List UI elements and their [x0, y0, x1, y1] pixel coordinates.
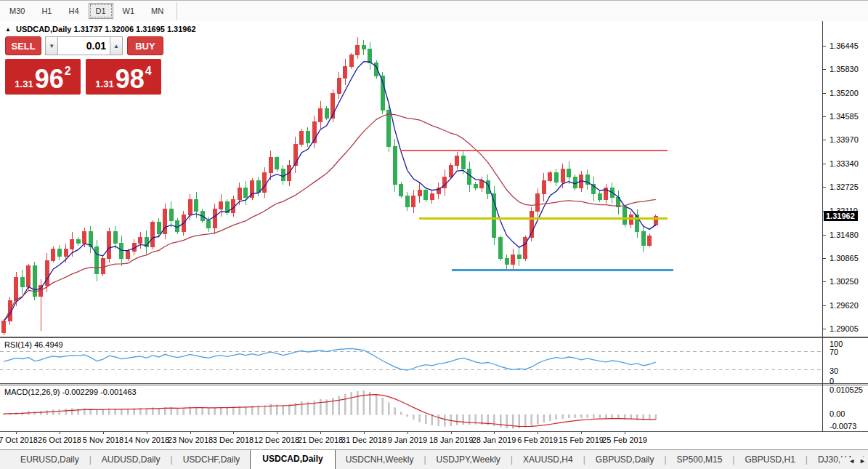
- macd-histogram-bar: [357, 391, 358, 414]
- macd-value: -0.002299 -0.001463: [62, 388, 136, 396]
- timeframe-h4[interactable]: H4: [61, 3, 86, 19]
- volume-input[interactable]: [57, 36, 110, 55]
- macd-histogram-bar: [400, 412, 402, 414]
- timeframe-m30[interactable]: M30: [2, 3, 32, 19]
- macd-histogram-bar: [71, 409, 73, 414]
- macd-histogram-bar: [580, 414, 582, 417]
- timeframe-mn[interactable]: MN: [144, 3, 171, 19]
- candlestick: [554, 173, 558, 183]
- rsi-axis-label: 70: [830, 348, 838, 356]
- collapse-trade-panel-icon[interactable]: ▲: [5, 26, 11, 33]
- chart-symbol-label: USDCAD,Daily: [16, 25, 71, 33]
- tab-usdcad-daily[interactable]: USDCAD,Daily: [250, 449, 335, 469]
- macd-histogram-bar: [506, 414, 508, 428]
- tab-audusd-daily[interactable]: AUDUSD,Daily: [92, 451, 171, 469]
- macd-histogram-bar: [655, 414, 657, 420]
- sell-button[interactable]: SELL: [5, 36, 41, 55]
- tab-gbpusd-h1[interactable]: GBPUSD,H1: [734, 451, 805, 469]
- candlestick: [169, 209, 173, 221]
- macd-histogram-bar: [575, 414, 576, 417]
- price-axis-tick: [823, 305, 826, 306]
- price-axis-label: 1.36445: [830, 41, 859, 50]
- candlestick: [52, 249, 55, 260]
- candlestick: [536, 194, 540, 212]
- candlestick: [567, 169, 571, 177]
- candlestick: [629, 215, 633, 224]
- macd-histogram-bar: [524, 414, 526, 428]
- timeframe-h1[interactable]: H1: [34, 3, 59, 19]
- candlestick: [33, 266, 36, 297]
- tab-sp500-m15[interactable]: SP500,M15: [667, 451, 733, 469]
- candlestick: [15, 278, 18, 300]
- macd-histogram-bar: [376, 394, 377, 414]
- candlestick: [492, 194, 496, 238]
- macd-histogram-bar: [543, 414, 545, 422]
- date-axis-tick: [407, 432, 408, 434]
- date-axis-tick: [190, 432, 191, 434]
- price-axis-label: 1.29005: [830, 324, 859, 333]
- rsi-chart-canvas[interactable]: [0, 338, 822, 383]
- rsi-panel: RSI(14) 46.4949: [0, 337, 868, 384]
- candlestick: [300, 131, 304, 144]
- bid-digits: 96: [35, 66, 64, 92]
- price-axis-label: 1.29620: [830, 301, 859, 310]
- macd-histogram-bar: [438, 414, 439, 426]
- candlestick: [325, 108, 328, 118]
- price-axis-label: 1.30250: [830, 277, 859, 286]
- tab-gbpusd-daily[interactable]: GBPUSD,Daily: [585, 451, 665, 469]
- macd-histogram-bar: [407, 414, 408, 417]
- candlestick: [511, 254, 515, 264]
- candlestick: [263, 173, 267, 192]
- macd-histogram-bar: [351, 393, 352, 414]
- buy-button[interactable]: BUY: [127, 36, 163, 55]
- tab-usdchf-daily[interactable]: USDCHF,Daily: [173, 451, 251, 469]
- price-axis-label: 1.32725: [830, 183, 859, 191]
- timeframe-d1[interactable]: D1: [89, 3, 113, 19]
- ma-fast-line: [4, 62, 656, 321]
- ask-prefix: 1.31: [95, 79, 113, 89]
- date-axis-tick: [60, 432, 60, 434]
- candlestick: [219, 201, 223, 209]
- volume-decrease-button[interactable]: ▼: [45, 36, 57, 55]
- candlestick: [337, 78, 341, 93]
- macd-histogram-bar: [605, 414, 607, 418]
- candlestick: [468, 169, 471, 185]
- candlestick: [195, 199, 198, 211]
- price-axis-tick: [823, 116, 826, 117]
- price-axis-tick: [823, 140, 826, 140]
- macd-histogram-bar: [549, 414, 551, 421]
- candlestick: [108, 232, 111, 259]
- volume-increase-button[interactable]: ▲: [110, 36, 123, 55]
- candlestick: [157, 223, 161, 234]
- macd-histogram-bar: [537, 414, 538, 424]
- price-axis[interactable]: 1.364451.358301.352001.345851.339701.333…: [823, 21, 868, 449]
- price-axis-tick: [823, 46, 826, 47]
- macd-histogram-bar: [344, 394, 346, 414]
- ask-price-box[interactable]: 1.31 98 4: [86, 59, 161, 95]
- tab-xauusd-h4[interactable]: XAUUSD,H4: [513, 451, 583, 469]
- candlestick: [344, 66, 347, 78]
- macd-histogram-bar: [556, 414, 557, 420]
- candlestick: [405, 196, 409, 207]
- candlestick: [387, 111, 391, 147]
- candlestick: [524, 238, 527, 259]
- tab-scroll-right-icon[interactable]: ►: [859, 457, 866, 465]
- candlestick: [449, 165, 453, 177]
- rsi-axis-label: 0: [830, 377, 834, 385]
- macd-histogram-bar: [96, 410, 97, 414]
- tab-scroll-left-icon[interactable]: ◄: [848, 457, 855, 465]
- macd-histogram-bar: [59, 409, 60, 414]
- candlestick: [256, 180, 260, 192]
- price-axis-tick: [823, 93, 826, 94]
- date-axis-tick: [103, 432, 104, 434]
- macd-histogram-bar: [227, 408, 228, 414]
- macd-histogram-bar: [158, 408, 160, 414]
- tab-usdjpy-weekly[interactable]: USDJPY,Weekly: [426, 451, 511, 469]
- bid-price-box[interactable]: 1.31 96 2: [5, 59, 81, 95]
- macd-histogram-bar: [320, 399, 321, 414]
- tab-usdcnh-weekly[interactable]: USDCNH,Weekly: [336, 451, 424, 469]
- candlestick: [362, 46, 365, 49]
- date-axis[interactable]: 17 Oct 201826 Oct 20185 Nov 201814 Nov 2…: [0, 432, 868, 449]
- timeframe-w1[interactable]: W1: [115, 3, 142, 19]
- tab-eurusd-daily[interactable]: EURUSD,Daily: [10, 451, 89, 469]
